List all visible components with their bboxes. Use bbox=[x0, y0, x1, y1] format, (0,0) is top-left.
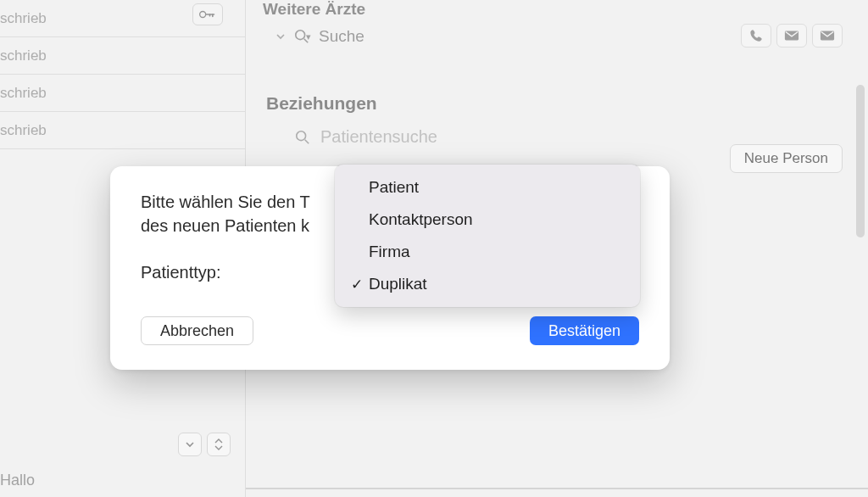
patient-search-input[interactable]: Patientensuche bbox=[320, 127, 437, 147]
dropdown-option-duplikat[interactable]: ✓ Duplikat bbox=[338, 268, 637, 300]
sort-icon bbox=[214, 438, 223, 450]
action-icons bbox=[741, 24, 843, 47]
patient-type-dropdown: Patient Kontaktperson Firma ✓ Duplikat bbox=[335, 165, 640, 307]
mail-button-1[interactable] bbox=[776, 24, 807, 47]
sidebar-note: Hallo bbox=[0, 472, 245, 489]
dropdown-toggle[interactable] bbox=[178, 433, 202, 456]
new-person-button[interactable]: Neue Person bbox=[730, 144, 843, 173]
patient-type-label: Patienttyp: bbox=[141, 263, 327, 282]
section-title-doctors: Weitere Ärzte bbox=[263, 0, 851, 19]
dropdown-option-firma[interactable]: Firma bbox=[338, 236, 637, 268]
dropdown-option-patient[interactable]: Patient bbox=[338, 171, 637, 204]
mail-icon bbox=[820, 30, 835, 42]
phone-button[interactable] bbox=[741, 24, 771, 47]
sort-toggle[interactable] bbox=[207, 433, 231, 456]
phone-icon bbox=[749, 29, 763, 42]
svg-point-8 bbox=[297, 131, 306, 140]
search-icon bbox=[293, 128, 312, 147]
confirm-button[interactable]: Bestätigen bbox=[530, 316, 639, 345]
mail-icon bbox=[784, 30, 799, 42]
sidebar-item[interactable]: schrieb bbox=[0, 37, 245, 75]
expand-toggle[interactable] bbox=[275, 31, 287, 42]
sidebar-item[interactable]: schrieb bbox=[0, 75, 245, 112]
section-title-relations: Beziehungen bbox=[266, 93, 851, 114]
svg-rect-2 bbox=[212, 14, 214, 17]
check-icon: ✓ bbox=[348, 276, 365, 293]
svg-rect-3 bbox=[209, 14, 211, 16]
key-button[interactable] bbox=[192, 3, 223, 25]
scrollbar[interactable] bbox=[856, 85, 865, 237]
cancel-button[interactable]: Abbrechen bbox=[141, 316, 253, 345]
svg-point-0 bbox=[200, 12, 206, 18]
divider bbox=[246, 488, 868, 489]
chevron-down-icon bbox=[186, 441, 194, 448]
key-icon bbox=[199, 8, 216, 20]
svg-point-4 bbox=[296, 31, 305, 40]
svg-line-9 bbox=[305, 139, 309, 143]
stepper-group bbox=[178, 433, 231, 456]
sidebar-item[interactable]: schrieb bbox=[0, 112, 245, 149]
dropdown-option-kontaktperson[interactable]: Kontaktperson bbox=[338, 204, 637, 236]
search-icon: ▾ bbox=[293, 27, 312, 46]
chevron-down-icon bbox=[275, 31, 286, 42]
mail-button-2[interactable] bbox=[812, 24, 843, 47]
